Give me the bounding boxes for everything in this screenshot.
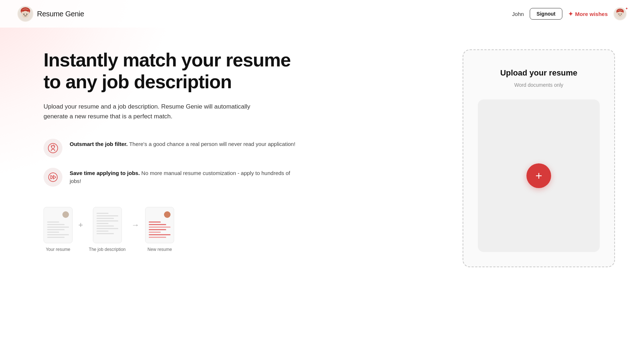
flow-diagram: Your resume + xyxy=(44,207,298,252)
doc-line xyxy=(47,224,65,225)
doc-line-red xyxy=(149,234,171,235)
save-time-bold: Save time applying to jobs. xyxy=(70,170,140,176)
upload-panel: Upload your resume Word documents only + xyxy=(463,49,615,267)
more-wishes-button[interactable]: ✦ More wishes xyxy=(568,11,608,17)
svg-point-2 xyxy=(22,11,29,18)
doc-line xyxy=(47,221,59,223)
main-content: Instantly match your resume to any job d… xyxy=(0,28,644,282)
brain-filter-icon xyxy=(48,143,58,153)
svg-marker-14 xyxy=(53,175,56,179)
user-genie-icon xyxy=(615,9,625,19)
doc-line-red xyxy=(149,224,166,225)
genie-avatar-icon xyxy=(19,7,32,20)
doc-line-red-light xyxy=(149,237,166,238)
doc-line xyxy=(47,237,65,238)
outsmart-feature-text: Outsmart the job filter. There's a good … xyxy=(70,139,295,149)
svg-marker-13 xyxy=(51,175,53,179)
doc-line xyxy=(97,233,114,234)
signout-button[interactable]: Signout xyxy=(530,8,562,20)
job-desc-doc-inner xyxy=(94,208,120,242)
doc-line-red xyxy=(149,229,166,230)
svg-point-4 xyxy=(26,14,28,15)
fast-forward-icon xyxy=(48,172,58,182)
page-subheadline: Upload your resume and a job description… xyxy=(44,102,254,121)
save-time-icon-wrap xyxy=(44,168,62,187)
logo-area: Resume Genie xyxy=(17,6,84,22)
doc-line xyxy=(47,232,59,233)
flow-item-new-resume: New resume xyxy=(145,207,174,252)
doc-line xyxy=(97,215,118,216)
doc-line xyxy=(97,218,114,219)
job-desc-doc-card xyxy=(93,207,122,243)
features-list: Outsmart the job filter. There's a good … xyxy=(44,139,298,187)
save-time-feature-text: Save time applying to jobs. No more manu… xyxy=(70,168,298,186)
flow-arrow-operator: → xyxy=(131,220,139,239)
flow-label-resume: Your resume xyxy=(46,247,70,252)
feature-item-save-time: Save time applying to jobs. No more manu… xyxy=(44,168,298,187)
logo-avatar xyxy=(17,6,33,22)
upload-drop-zone[interactable]: + xyxy=(478,99,600,252)
feature-item-outsmart: Outsmart the job filter. There's a good … xyxy=(44,139,298,158)
svg-point-11 xyxy=(52,146,54,149)
doc-line xyxy=(47,227,69,228)
new-resume-doc-card xyxy=(145,207,174,243)
doc-line xyxy=(97,220,118,221)
flow-plus-operator: + xyxy=(78,220,83,239)
doc-line-red-light xyxy=(149,227,171,228)
flow-label-job-desc: The job description xyxy=(89,247,126,252)
svg-point-3 xyxy=(24,14,25,15)
resume-avatar xyxy=(62,211,69,218)
new-resume-avatar xyxy=(164,211,171,218)
user-avatar[interactable] xyxy=(614,7,627,20)
header: Resume Genie John Signout ✦ More wishes xyxy=(0,0,644,28)
left-content: Instantly match your resume to any job d… xyxy=(44,49,298,252)
outsmart-bold: Outsmart the job filter. xyxy=(70,141,128,147)
upload-plus-button[interactable]: + xyxy=(526,163,551,188)
logo-text: Resume Genie xyxy=(37,10,84,18)
doc-line xyxy=(97,223,108,224)
svg-point-8 xyxy=(619,14,619,15)
outsmart-desc: There's a good chance a real person will… xyxy=(129,141,295,147)
new-resume-doc-inner xyxy=(147,208,173,242)
doc-line xyxy=(97,225,114,227)
doc-line xyxy=(97,228,118,229)
flow-item-resume: Your resume xyxy=(44,207,73,252)
plus-icon: + xyxy=(536,170,542,182)
doc-line xyxy=(47,234,69,235)
upload-panel-subtitle: Word documents only xyxy=(514,82,563,88)
resume-doc-inner xyxy=(45,208,71,242)
user-name-label: John xyxy=(512,11,524,17)
header-right: John Signout ✦ More wishes xyxy=(512,7,627,20)
doc-line xyxy=(97,213,108,214)
outsmart-icon-wrap xyxy=(44,139,62,158)
flow-item-job-desc: The job description xyxy=(89,207,126,252)
doc-line-red xyxy=(149,221,161,223)
svg-point-7 xyxy=(617,12,623,17)
doc-line xyxy=(47,229,65,230)
doc-line-red-light xyxy=(149,232,161,233)
page-headline: Instantly match your resume to any job d… xyxy=(44,49,298,93)
svg-point-9 xyxy=(621,14,622,15)
resume-doc-card xyxy=(44,207,73,243)
upload-panel-title: Upload your resume xyxy=(500,68,578,78)
doc-line xyxy=(97,231,108,232)
sparkle-icon: ✦ xyxy=(568,11,573,17)
more-wishes-label: More wishes xyxy=(575,11,608,17)
flow-label-new-resume: New resume xyxy=(148,247,172,252)
